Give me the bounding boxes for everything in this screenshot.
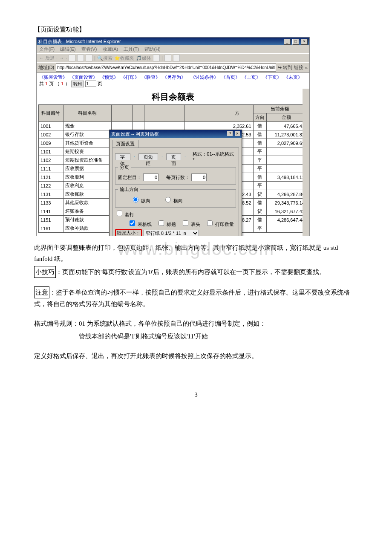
body-text: 此界面主要调整账表的打印，包括页边距、纸张、输出方向等。其中窄行纸就是小滚筒纸，… [34, 242, 358, 361]
mail-icon[interactable] [164, 55, 171, 61]
nav-last[interactable]: 《末页》 [284, 75, 303, 80]
window-title: 科目余额表 - Microsoft Internet Explorer [38, 38, 121, 45]
report-area: 科目余额表 科目编号 科目名称 方 当前余额 方向 金额 1001现 [37, 89, 309, 236]
paragraph: 定义好格式后保存、退出，再次打开此账表的时候将按照上次保存的格式显示。 [34, 350, 358, 361]
menu-file[interactable]: 文件(F) [39, 46, 55, 52]
nav-prev[interactable]: 《上页》 [242, 75, 261, 80]
paper-size-select[interactable]: 窄行纸 8 1/2 * 11 in [144, 230, 199, 237]
paragraph: 注意：鉴于各单位查询的习惯不一样，按照自己的要求定义好显示条件后，进行格式保存。… [34, 286, 358, 309]
cb-head[interactable]: 表头 [181, 219, 200, 228]
menu-bar[interactable]: 文件(F) 编辑(E) 查看(V) 收藏(A) 工具(T) 帮助(H) [37, 45, 309, 53]
menu-edit[interactable]: 编辑(E) [60, 46, 76, 52]
dialog-title: 页面设置 -- 网页对话框 [111, 131, 159, 137]
group-output-legend: 输出方向 [118, 186, 140, 193]
page-number: 3 [34, 391, 358, 399]
menu-help[interactable]: 帮助(H) [144, 46, 160, 52]
col-dir: 方向 [253, 113, 266, 122]
radio-portrait[interactable]: 纵向 [131, 196, 150, 204]
nav-save-as[interactable]: 《另存为》 [162, 75, 186, 80]
paragraph: 管线本部的代码是'1'则格式编号应该以'11'开始 [34, 331, 358, 342]
paragraph: 小技巧：页面功能下的'每页行数'设置为'0'后，账表的所有内容就可以在一页下显示… [34, 266, 358, 278]
page-text3: ） [65, 81, 70, 86]
paper-size-dropdown[interactable]: 系统设置 A3 297 * 420 mm A4 210 * 297 mm A5 … [134, 236, 190, 236]
fixed-col-label: 固定栏目： [118, 174, 141, 181]
page-button[interactable]: 页面 [166, 153, 182, 160]
nav-link-query[interactable]: 《联查》 [141, 75, 160, 80]
report-title: 科目余额表 [37, 89, 309, 104]
close-button[interactable]: × [301, 39, 308, 45]
font-button[interactable]: 字体 [115, 153, 130, 160]
menu-fav[interactable]: 收藏(A) [103, 46, 118, 52]
col-name: 科目名称 [63, 105, 112, 122]
tab-page-setup[interactable]: 页面设置 [112, 140, 138, 147]
cb-roll[interactable]: 套打 [115, 209, 134, 218]
jump-input[interactable] [85, 81, 96, 87]
nav-page-settings[interactable]: 《页面设置》 [69, 75, 98, 80]
dialog-close-button[interactable]: × [235, 131, 240, 136]
menu-view[interactable]: 查看(V) [81, 46, 97, 52]
paragraph: 此界面主要调整账表的打印，包括页边距、纸张、输出方向等。其中窄行纸就是小滚筒纸，… [34, 242, 358, 264]
history-icon[interactable] [153, 55, 160, 61]
browser-toolbar: ← 后退 ·→· | 🔍搜索 ⭐收藏夹 🎵媒体 | [37, 53, 309, 62]
paragraph: 格式编号规则：01 为系统默认格式，各单位按照自己的代码进行编号制定，例如： [34, 318, 358, 329]
home-icon[interactable] [86, 55, 92, 61]
jump-button[interactable]: 转到 [71, 81, 84, 87]
note-label: 注意 [34, 286, 49, 298]
stop-icon[interactable] [69, 55, 75, 61]
margin-button[interactable]: 页边距 [138, 153, 158, 160]
minimize-button[interactable]: _ [284, 39, 291, 45]
maximize-button[interactable]: □ [292, 39, 299, 45]
favorites-button[interactable]: ⭐收藏夹 [114, 55, 134, 61]
address-bar: 地址(D) ↪ 转到 链接» [37, 62, 309, 72]
back-button[interactable]: ← 后退 [39, 55, 55, 61]
cb-grid[interactable]: 表格线 [128, 219, 152, 228]
rows-per-page-input[interactable] [191, 173, 207, 181]
paper-size-label: 纸张大小： [115, 229, 142, 236]
vertical-scrollbar[interactable] [303, 89, 309, 236]
dialog-help-button[interactable]: ? [227, 131, 232, 136]
address-input[interactable] [56, 64, 276, 72]
radio-landscape[interactable]: 横向 [163, 196, 183, 204]
page-text2: 页 （ [49, 81, 60, 86]
nav-first[interactable]: 《首页》 [221, 75, 240, 80]
col-extra: 方 [221, 105, 254, 122]
refresh-icon[interactable] [77, 55, 84, 61]
nav-next[interactable]: 《下页》 [263, 75, 282, 80]
page-total: 1 [45, 81, 48, 86]
search-button[interactable]: 🔍搜索 [97, 55, 112, 61]
nav-filter[interactable]: 《过滤条件》 [190, 75, 219, 80]
page-current: 1 [61, 81, 63, 86]
report-nav: 《账表设置》 《页面设置》 《预览》 《打印》 《联查》 《另存为》 《过滤条件… [37, 72, 309, 89]
print-icon[interactable] [173, 55, 180, 61]
nav-table-settings[interactable]: 《账表设置》 [39, 75, 67, 80]
table-row: 1001现金2,352.61借47,665.41 [39, 122, 307, 130]
col-code: 科目编号 [39, 105, 63, 122]
page-setup-dialog: 页面设置 -- 网页对话框 ? × 页面设置 字体 ⋮ 页边距 ⋮ 页面 [109, 130, 242, 236]
address-label: 地址(D) [38, 64, 54, 71]
group-output: 输出方向 纵向 横向 [115, 186, 236, 208]
group-paging-legend: 分页 [118, 164, 131, 171]
links-button[interactable]: 链接 [294, 64, 303, 71]
page-text: 共 [39, 81, 44, 86]
nav-print[interactable]: 《打印》 [121, 75, 139, 80]
fixed-col-input[interactable] [143, 173, 159, 181]
menu-tools[interactable]: 工具(T) [124, 46, 139, 52]
page-suffix: 页 [98, 81, 102, 86]
cb-qty[interactable]: 打印数量 [205, 219, 234, 228]
window-titlebar: 科目余额表 - Microsoft Internet Explorer _ □ … [37, 38, 309, 45]
screenshot-container: 科目余额表 - Microsoft Internet Explorer _ □ … [36, 37, 310, 236]
col-amount: 金额 [266, 113, 306, 122]
section-heading: 【页面设置功能】 [34, 26, 358, 34]
col-current-balance: 当前余额 [253, 105, 306, 113]
format-label: 格式：01--系统格式 * [193, 151, 236, 162]
rows-per-page-label: 每页行数： [166, 174, 190, 181]
tip-label: 小技巧 [34, 266, 56, 278]
cb-title[interactable]: 标题 [157, 219, 176, 228]
group-paging: 分页 固定栏目： 每页行数： [115, 164, 236, 185]
nav-preview[interactable]: 《预览》 [100, 75, 118, 80]
go-button[interactable]: ↪ 转到 [278, 64, 292, 71]
media-button[interactable]: 🎵媒体 [136, 55, 151, 61]
